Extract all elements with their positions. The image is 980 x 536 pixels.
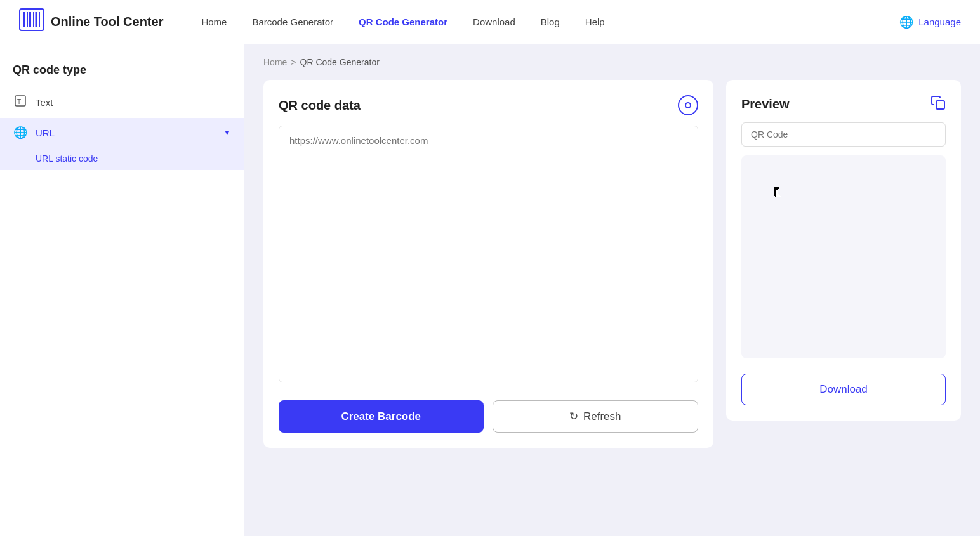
svg-rect-69 [865, 263, 869, 266]
svg-rect-36 [811, 239, 814, 242]
svg-rect-22 [849, 200, 853, 204]
svg-rect-40 [853, 239, 857, 242]
url-icon: 🌐 [13, 126, 28, 140]
svg-rect-42 [873, 239, 877, 242]
svg-rect-52 [881, 247, 885, 251]
sidebar-subitem-url-static[interactable]: URL static code [0, 147, 244, 170]
settings-icon[interactable] [678, 95, 698, 115]
svg-rect-30 [825, 224, 829, 228]
svg-rect-78 [849, 270, 853, 274]
copy-icon[interactable] [930, 95, 946, 114]
svg-rect-100 [873, 294, 877, 298]
svg-rect-105 [853, 302, 857, 306]
logo-icon [19, 8, 44, 36]
svg-rect-53 [897, 247, 901, 251]
svg-rect-106 [869, 302, 873, 306]
nav-help[interactable]: Help [585, 16, 605, 27]
svg-rect-107 [881, 302, 885, 306]
svg-rect-89 [825, 286, 829, 290]
svg-rect-34 [795, 239, 798, 242]
sidebar-url-label: URL [36, 127, 55, 138]
svg-rect-51 [869, 247, 873, 251]
svg-rect-43 [881, 239, 885, 242]
content-area: Home > QR Code Generator QR code data Cr… [244, 44, 980, 536]
breadcrumb-home[interactable]: Home [263, 57, 287, 67]
svg-rect-95 [889, 286, 892, 290]
svg-rect-35 [803, 239, 807, 242]
svg-rect-77 [837, 270, 841, 274]
svg-rect-87 [881, 278, 885, 282]
nav-home[interactable]: Home [201, 16, 227, 27]
svg-rect-99 [865, 294, 869, 298]
preview-title: Preview [741, 97, 790, 112]
svg-rect-60 [849, 254, 853, 258]
nav-blog[interactable]: Blog [541, 16, 560, 27]
refresh-label: Refresh [583, 410, 621, 423]
svg-rect-72 [787, 270, 791, 274]
svg-rect-84 [853, 278, 857, 282]
svg-rect-57 [811, 254, 814, 258]
svg-rect-33 [787, 239, 791, 242]
svg-rect-32 [845, 224, 849, 228]
svg-rect-97 [837, 294, 841, 298]
svg-rect-112 [889, 310, 892, 314]
svg-rect-20 [833, 200, 837, 204]
qr-data-card-header: QR code data [279, 95, 698, 115]
svg-rect-65 [811, 263, 814, 266]
logo-text: Online Tool Center [51, 15, 163, 29]
svg-rect-15 [877, 208, 892, 224]
create-barcode-button[interactable]: Create Barcode [279, 400, 484, 433]
svg-rect-46 [787, 247, 791, 251]
preview-card: Preview [726, 80, 961, 421]
svg-rect-31 [833, 224, 837, 228]
sidebar-item-url[interactable]: 🌐 URL ▼ [0, 118, 244, 147]
svg-rect-44 [889, 239, 892, 242]
nav-qr-code-generator[interactable]: QR Code Generator [359, 16, 447, 27]
refresh-button[interactable]: ↻ Refresh [493, 400, 699, 433]
svg-rect-110 [857, 310, 861, 314]
svg-rect-26 [849, 208, 853, 212]
svg-rect-55 [795, 254, 798, 258]
language-selector[interactable]: 🌐 Language [899, 15, 961, 29]
main-nav: Home Barcode Generator QR Code Generator… [201, 16, 899, 27]
svg-rect-47 [811, 247, 814, 251]
svg-rect-25 [841, 208, 845, 212]
svg-rect-56 [803, 254, 807, 258]
nav-barcode-generator[interactable]: Barcode Generator [252, 16, 333, 27]
svg-rect-73 [795, 270, 798, 274]
svg-rect-83 [841, 278, 845, 282]
qr-label-input[interactable] [741, 122, 946, 147]
svg-rect-102 [825, 302, 829, 306]
svg-rect-98 [849, 294, 853, 298]
svg-rect-24 [825, 208, 829, 212]
svg-rect-75 [811, 270, 814, 274]
svg-rect-67 [841, 263, 845, 266]
sidebar-item-text[interactable]: T Text [0, 87, 244, 118]
svg-rect-81 [889, 270, 892, 274]
svg-rect-92 [857, 286, 861, 290]
cards-row: QR code data Create Barcode ↻ Refresh [263, 80, 961, 448]
svg-rect-62 [873, 254, 877, 258]
qr-code-image [774, 187, 913, 327]
sidebar-text-label: Text [36, 97, 53, 108]
svg-rect-27 [830, 216, 833, 220]
svg-rect-21 [841, 200, 845, 204]
svg-rect-63 [889, 254, 892, 258]
svg-rect-91 [845, 286, 849, 290]
svg-rect-80 [877, 270, 881, 274]
svg-rect-90 [833, 286, 837, 290]
svg-rect-79 [869, 270, 873, 274]
svg-rect-37 [825, 239, 829, 242]
svg-rect-103 [833, 302, 837, 306]
svg-rect-101 [897, 294, 901, 298]
url-input[interactable] [279, 126, 698, 382]
nav-download[interactable]: Download [473, 16, 515, 27]
svg-rect-71 [897, 263, 901, 266]
download-button[interactable]: Download [741, 374, 946, 405]
svg-rect-74 [803, 270, 807, 274]
svg-rect-19 [825, 200, 829, 204]
svg-text:T: T [17, 98, 21, 105]
chevron-down-icon: ▼ [223, 128, 231, 137]
svg-rect-49 [841, 247, 845, 251]
svg-rect-94 [881, 286, 885, 290]
